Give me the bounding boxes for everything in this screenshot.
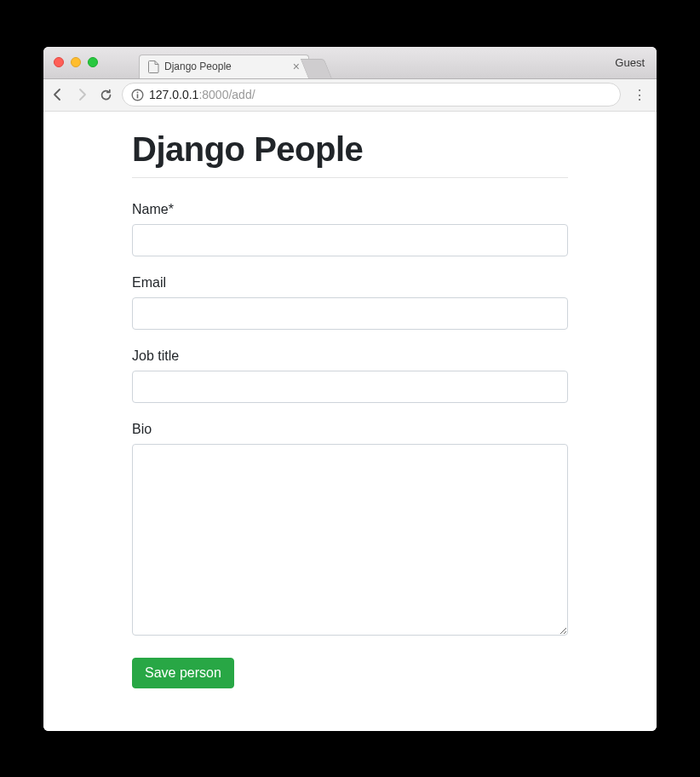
- traffic-lights: [43, 57, 98, 67]
- page-title: Django People: [132, 130, 568, 178]
- tab-strip: Django People ×: [139, 47, 332, 78]
- guest-label[interactable]: Guest: [615, 56, 645, 69]
- file-icon: [148, 60, 159, 73]
- page-content: Django People Name* Email Job title Bio …: [43, 112, 657, 731]
- field-job-title: Job title: [132, 348, 568, 403]
- field-email: Email: [132, 275, 568, 330]
- field-name: Name*: [132, 202, 568, 256]
- browser-menu-icon[interactable]: ⋮: [629, 87, 650, 103]
- site-info-icon[interactable]: [131, 89, 144, 101]
- title-bar: Django People × Guest: [43, 47, 657, 79]
- container: Django People Name* Email Job title Bio …: [132, 130, 568, 688]
- browser-tab[interactable]: Django People ×: [139, 55, 309, 78]
- url-host: 127.0.0.1: [149, 88, 198, 101]
- toolbar: 127.0.0.1:8000/add/ ⋮: [43, 79, 657, 112]
- address-bar[interactable]: 127.0.0.1:8000/add/: [122, 83, 621, 106]
- label-job-title: Job title: [132, 348, 568, 364]
- forward-button[interactable]: [74, 88, 89, 101]
- save-person-button[interactable]: Save person: [132, 658, 234, 688]
- textarea-bio[interactable]: [132, 444, 568, 636]
- svg-rect-2: [137, 94, 139, 98]
- minimize-window-button[interactable]: [71, 57, 81, 67]
- maximize-window-button[interactable]: [88, 57, 98, 67]
- url-path: :8000/add/: [198, 88, 255, 101]
- back-button[interactable]: [50, 88, 66, 101]
- input-name[interactable]: [132, 224, 568, 256]
- reload-button[interactable]: [98, 88, 113, 102]
- label-name: Name*: [132, 202, 568, 217]
- field-bio: Bio: [132, 422, 568, 639]
- input-email[interactable]: [132, 297, 568, 330]
- tab-title: Django People: [164, 60, 286, 72]
- label-bio: Bio: [132, 422, 568, 437]
- close-window-button[interactable]: [54, 57, 64, 67]
- tab-close-icon[interactable]: ×: [293, 60, 300, 73]
- svg-point-1: [137, 91, 139, 93]
- input-job-title[interactable]: [132, 371, 568, 403]
- label-email: Email: [132, 275, 568, 291]
- browser-window: Django People × Guest: [43, 47, 657, 731]
